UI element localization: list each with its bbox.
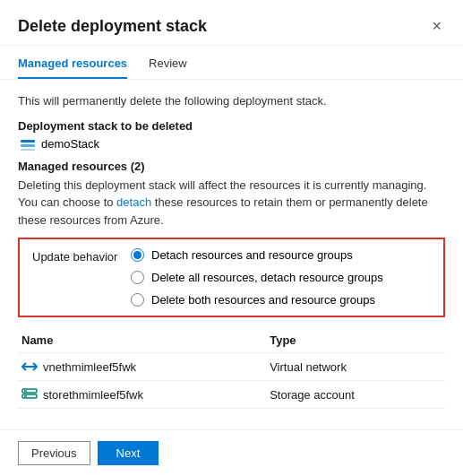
resource-type-1: Virtual network [266,353,445,381]
col-name: Name [18,328,266,353]
svg-rect-1 [21,144,35,147]
resource-name-2: storethmimleef5fwk [43,388,143,402]
radio-delete-detach-label: Delete all resources, detach resource gr… [151,271,383,284]
update-behavior-box: Update behavior Detach resources and res… [18,238,445,317]
resource-type-2: Storage account [266,381,445,409]
radio-delete-detach-input[interactable] [131,271,144,284]
radio-detach-label: Detach resources and resource groups [151,248,353,262]
deployment-stack-label: Deployment stack to be deleted [18,119,445,133]
info-text: This will permanently delete the followi… [18,92,445,110]
dialog-body: This will permanently delete the followi… [0,80,463,429]
radio-delete-both-label: Delete both resources and resource group… [151,293,375,307]
svg-rect-0 [21,140,35,143]
radio-options-group: Detach resources and resource groups Del… [131,248,383,307]
delete-deployment-stack-dialog: Delete deployment stack × Managed resour… [0,0,463,476]
managed-resources-label: Managed resources (2) [18,160,445,173]
tab-review[interactable]: Review [149,49,187,79]
close-button[interactable]: × [428,16,445,36]
dialog-title: Delete deployment stack [18,17,207,36]
description-text: Deleting this deployment stack will affe… [18,177,445,229]
radio-option-detach[interactable]: Detach resources and resource groups [131,248,383,262]
next-button[interactable]: Next [98,441,159,465]
tab-managed-resources[interactable]: Managed resources [18,49,127,79]
previous-button[interactable]: Previous [18,441,90,465]
stack-icon [20,136,36,152]
dialog-header: Delete deployment stack × [0,0,463,46]
radio-option-delete-detach[interactable]: Delete all resources, detach resource gr… [131,271,383,284]
tabs-bar: Managed resources Review [0,49,463,80]
stack-name-text: demoStack [41,137,99,151]
radio-delete-both-input[interactable] [131,293,144,307]
resource-name-1: vnethmimleef5fwk [43,360,136,374]
svg-rect-2 [21,149,35,151]
radio-option-delete-both[interactable]: Delete both resources and resource group… [131,293,383,307]
resources-table: Name Type [18,328,445,409]
detach-link[interactable]: detach [116,195,151,209]
vnet-icon [21,359,38,375]
table-row: vnethmimleef5fwk Virtual network [18,353,445,381]
update-behavior-label: Update behavior [32,248,122,264]
table-row: storethmimleef5fwk Storage account [18,381,445,409]
radio-detach-input[interactable] [131,248,144,262]
resource-name-cell-1: vnethmimleef5fwk [18,353,266,381]
dialog-footer: Previous Next [0,429,463,476]
col-type: Type [266,328,445,353]
stack-name-row: demoStack [20,136,445,152]
storage-icon [21,386,38,402]
resource-name-cell-2: storethmimleef5fwk [18,381,266,409]
